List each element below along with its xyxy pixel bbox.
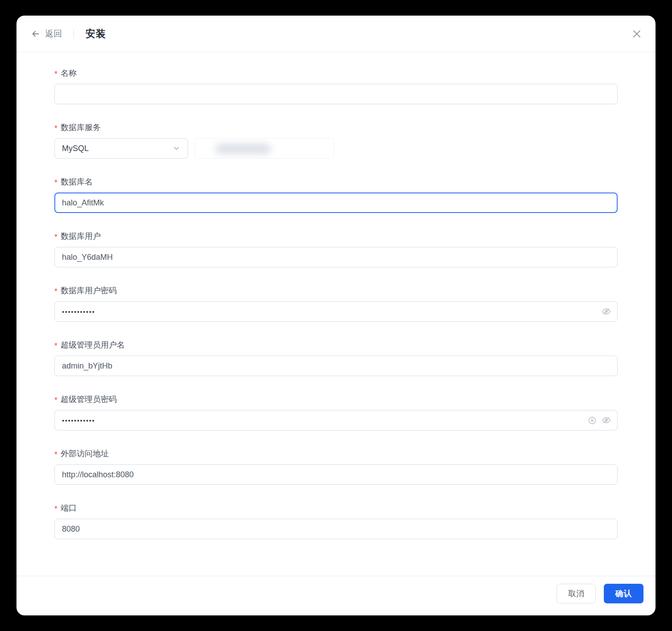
field-admin-username: * 超级管理员用户名 — [54, 340, 618, 376]
field-external-url: * 外部访问地址 — [54, 448, 618, 485]
required-asterisk: * — [54, 177, 57, 188]
field-database-service: * 数据库服务 MySQL — [54, 122, 618, 159]
required-asterisk: * — [54, 340, 57, 352]
field-label: * 超级管理员用户名 — [54, 340, 618, 351]
field-database-password: * 数据库用户密码 ••••••••••• — [54, 285, 618, 322]
install-form: * 名称 * 数据库服务 MySQL — [16, 52, 656, 576]
required-asterisk: * — [54, 449, 57, 460]
arrow-left-icon — [31, 29, 41, 39]
port-input[interactable] — [54, 519, 618, 539]
required-asterisk: * — [54, 123, 57, 134]
chevron-down-icon — [172, 144, 180, 152]
back-label: 返回 — [45, 28, 62, 40]
eye-off-icon[interactable] — [602, 307, 611, 316]
install-dialog: 返回 安装 * 名称 * 数据库服务 — [16, 16, 656, 615]
database-service-select[interactable]: MySQL — [54, 138, 188, 159]
page-title: 安装 — [86, 27, 106, 41]
close-icon — [631, 29, 642, 39]
masked-password: ••••••••••• — [62, 417, 95, 424]
close-button[interactable] — [631, 29, 642, 39]
header-divider — [74, 29, 74, 39]
database-user-input[interactable] — [54, 247, 618, 267]
external-url-input[interactable] — [54, 464, 618, 485]
confirm-button[interactable]: 确认 — [604, 584, 643, 603]
name-input[interactable] — [54, 84, 618, 104]
field-label: * 数据库用户 — [54, 231, 618, 242]
database-service-instance-field[interactable] — [195, 138, 334, 159]
clear-circle-icon[interactable] — [588, 416, 597, 425]
field-port: * 端口 — [54, 503, 618, 539]
required-asterisk: * — [54, 232, 57, 243]
required-asterisk: * — [54, 395, 57, 406]
admin-username-input[interactable] — [54, 356, 618, 376]
field-label: * 数据库用户密码 — [54, 285, 618, 296]
field-database-name: * 数据库名 — [54, 176, 618, 213]
field-label: * 数据库名 — [54, 176, 618, 188]
admin-password-input[interactable]: ••••••••••• — [54, 410, 618, 430]
field-database-user: * 数据库用户 — [54, 231, 618, 267]
back-button[interactable]: 返回 — [31, 28, 62, 40]
database-password-input[interactable]: ••••••••••• — [54, 301, 618, 322]
redacted-value — [215, 143, 271, 154]
dialog-footer: 取消 确认 — [16, 576, 656, 615]
field-label: * 外部访问地址 — [54, 448, 618, 459]
required-asterisk: * — [54, 69, 57, 80]
masked-password: ••••••••••• — [62, 308, 95, 316]
required-asterisk: * — [54, 504, 57, 515]
cancel-button[interactable]: 取消 — [557, 584, 596, 603]
dialog-header: 返回 安装 — [16, 16, 656, 52]
field-admin-password: * 超级管理员密码 ••••••••••• — [54, 394, 618, 430]
field-label: * 名称 — [54, 68, 618, 79]
field-label: * 超级管理员密码 — [54, 394, 618, 405]
database-name-input[interactable] — [54, 193, 618, 213]
field-label: * 端口 — [54, 503, 618, 514]
eye-off-icon[interactable] — [602, 416, 611, 425]
field-label: * 数据库服务 — [54, 122, 618, 133]
selected-option: MySQL — [62, 144, 89, 153]
required-asterisk: * — [54, 286, 57, 297]
field-name: * 名称 — [54, 68, 618, 104]
